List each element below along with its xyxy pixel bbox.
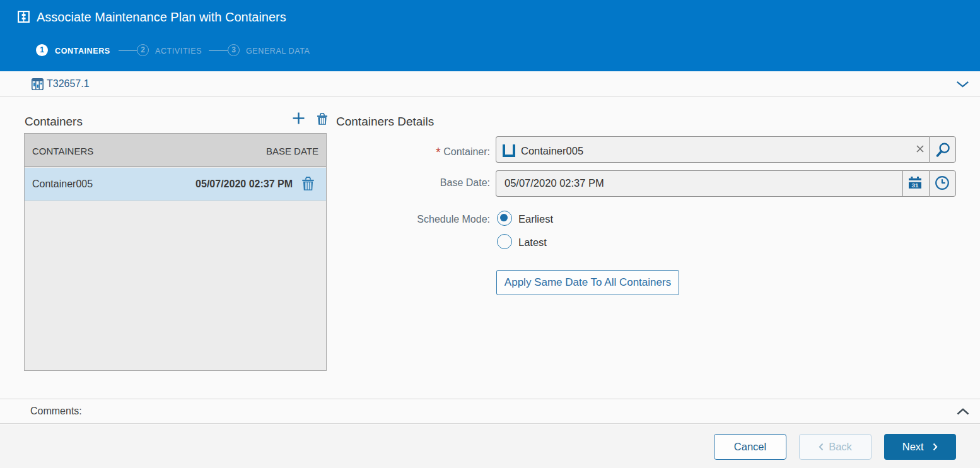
svg-text:31: 31 <box>912 182 919 189</box>
